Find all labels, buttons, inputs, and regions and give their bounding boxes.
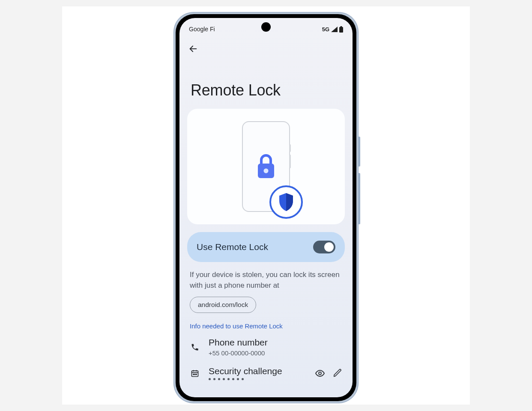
security-challenge-title: Security challenge	[209, 366, 306, 376]
phone-number-texts: Phone number +55 00-00000-0000	[209, 337, 342, 357]
phone-number-value: +55 00-00000-0000	[209, 349, 342, 357]
page-title: Remote Lock	[179, 55, 353, 109]
use-remote-lock-row[interactable]: Use Remote Lock	[187, 232, 345, 262]
section-header: Info needed to use Remote Lock	[179, 322, 353, 336]
svg-rect-0	[339, 27, 343, 33]
visibility-icon[interactable]	[315, 368, 325, 378]
network-label: 5G	[322, 26, 329, 33]
signal-icon	[331, 27, 338, 32]
svg-point-9	[193, 374, 194, 375]
arrow-left-icon	[188, 44, 198, 54]
back-button[interactable]	[187, 43, 199, 55]
screen: Google Fi 5G Remote Lock	[179, 18, 353, 397]
shield-badge	[269, 185, 303, 219]
carrier-label: Google Fi	[189, 26, 215, 33]
phone-frame: Google Fi 5G Remote Lock	[174, 12, 358, 403]
masked-value	[209, 378, 306, 380]
phone-number-row[interactable]: Phone number +55 00-00000-0000	[179, 336, 353, 364]
svg-point-11	[196, 374, 197, 375]
shield-icon	[278, 192, 295, 212]
camera-hole-icon	[261, 22, 271, 32]
svg-point-12	[319, 372, 321, 375]
toggle-label: Use Remote Lock	[197, 242, 268, 252]
phone-icon	[190, 343, 200, 351]
svg-rect-1	[341, 26, 342, 27]
illustration-card	[187, 109, 345, 224]
phone-number-title: Phone number	[209, 337, 342, 348]
security-challenge-texts: Security challenge	[209, 366, 306, 380]
page-canvas: Google Fi 5G Remote Lock	[62, 6, 470, 405]
lock-icon	[256, 154, 276, 179]
lock-url-chip[interactable]: android.com/lock	[190, 297, 256, 313]
description-text: If your device is stolen, you can lock i…	[179, 269, 353, 297]
svg-point-4	[264, 169, 269, 173]
mini-phone-illustration	[242, 121, 290, 212]
battery-icon	[339, 26, 343, 33]
svg-point-10	[194, 374, 195, 375]
remote-lock-toggle[interactable]	[313, 241, 335, 253]
row-actions	[315, 368, 342, 378]
app-bar	[179, 35, 353, 55]
status-right: 5G	[322, 26, 343, 33]
phone-bezel: Google Fi 5G Remote Lock	[176, 14, 356, 401]
security-challenge-row[interactable]: Security challenge	[179, 364, 353, 383]
calendar-icon	[190, 369, 200, 378]
edit-icon[interactable]	[333, 368, 342, 378]
